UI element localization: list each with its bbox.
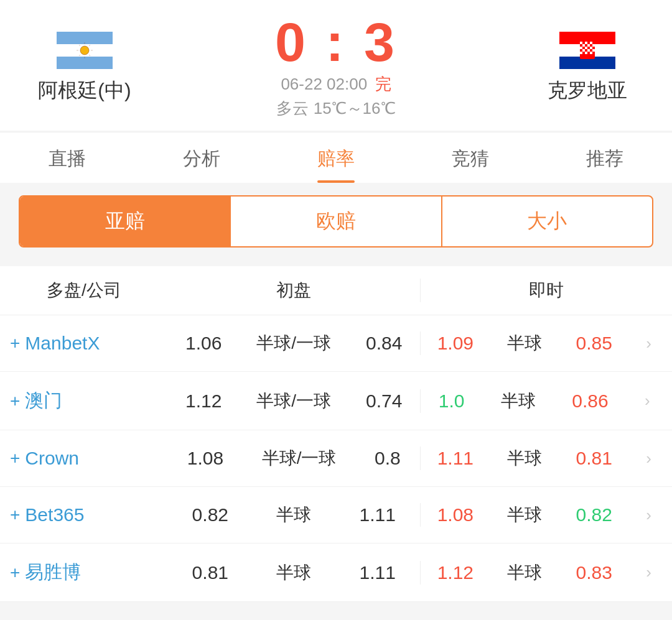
- rt-label: 半球: [501, 389, 536, 413]
- rt-val1: 1.12: [437, 562, 474, 583]
- init-val2: 0.74: [366, 391, 402, 412]
- company-name: 易胜博: [25, 560, 81, 585]
- realtime-cells: 1.0 半球 0.86 ›: [420, 389, 673, 413]
- init-val1: 1.08: [187, 448, 223, 469]
- svg-rect-29: [585, 52, 587, 54]
- score-center: 0 : 3 06-22 02:00 完 多云 15℃～16℃: [159, 15, 513, 119]
- rt-val2: 0.86: [572, 391, 608, 412]
- rt-val1: 1.11: [437, 448, 474, 469]
- col-initial-header: 初盘: [168, 279, 420, 302]
- svg-rect-27: [592, 49, 595, 52]
- rt-label: 半球: [507, 561, 542, 585]
- col-realtime-header: 即时: [420, 279, 673, 302]
- chevron-right-icon[interactable]: ›: [646, 334, 651, 353]
- subtab-europe[interactable]: 欧赔: [231, 197, 442, 246]
- init-label: 半球/一球: [256, 331, 331, 355]
- init-label: 半球: [276, 503, 311, 527]
- table-row[interactable]: + ManbetX 1.06 半球/一球 0.84 1.09 半球 0.85 ›: [0, 315, 672, 372]
- expand-icon[interactable]: +: [10, 333, 20, 353]
- table-row[interactable]: + 易胜博 0.81 半球 1.11 1.12 半球 0.83 ›: [0, 544, 672, 602]
- table-header: 多盘/公司 初盘 即时: [0, 266, 672, 315]
- initial-cells: 0.82 半球 1.11: [168, 503, 420, 527]
- chevron-right-icon[interactable]: ›: [646, 449, 651, 468]
- rt-label: 半球: [507, 446, 542, 470]
- subtab-asia[interactable]: 亚赔: [20, 197, 231, 246]
- company-cell[interactable]: + ManbetX: [0, 333, 168, 354]
- init-label: 半球/一球: [262, 446, 337, 470]
- match-status: 完: [375, 75, 391, 93]
- tabs-bar: 直播 分析 赔率 竞猜 推荐: [0, 132, 672, 183]
- company-name: ManbetX: [25, 333, 100, 354]
- svg-rect-28: [580, 52, 582, 54]
- match-info: 06-22 02:00 完: [281, 73, 391, 95]
- initial-cells: 1.08 半球/一球 0.8: [168, 446, 420, 470]
- initial-cells: 0.81 半球 1.11: [168, 561, 420, 585]
- svg-rect-30: [590, 52, 592, 54]
- chevron-right-icon[interactable]: ›: [645, 391, 650, 410]
- score-colon: :: [325, 11, 346, 73]
- expand-icon[interactable]: +: [10, 505, 20, 525]
- score-right: 3: [364, 11, 397, 73]
- rt-val2: 0.81: [576, 448, 612, 469]
- table-row[interactable]: + Bet365 0.82 半球 1.11 1.08 半球 0.82 ›: [0, 487, 672, 544]
- tab-analysis[interactable]: 分析: [134, 132, 269, 183]
- team-left: 阿根廷(中): [10, 30, 159, 104]
- subtab-size[interactable]: 大小: [442, 197, 652, 246]
- initial-cells: 1.06 半球/一球 0.84: [168, 331, 420, 355]
- init-val1: 1.06: [185, 333, 222, 354]
- tab-live[interactable]: 直播: [0, 132, 134, 183]
- tab-guess[interactable]: 竞猜: [403, 132, 538, 183]
- svg-rect-20: [587, 44, 590, 47]
- score-header: 阿根廷(中) 0 : 3 06-22 02:00 完 多云 15℃～16℃: [0, 0, 672, 131]
- company-name: Bet365: [25, 504, 84, 525]
- odds-table: + ManbetX 1.06 半球/一球 0.84 1.09 半球 0.85 ›…: [0, 315, 672, 602]
- expand-icon[interactable]: +: [10, 448, 20, 468]
- rt-val1: 1.0: [439, 391, 465, 412]
- svg-rect-23: [585, 47, 587, 49]
- tab-odds[interactable]: 赔率: [269, 132, 403, 183]
- init-val1: 0.82: [192, 504, 228, 525]
- svg-point-3: [80, 46, 89, 55]
- svg-rect-21: [592, 44, 595, 47]
- init-label: 半球/一球: [256, 389, 331, 413]
- tab-recommend[interactable]: 推荐: [538, 132, 672, 183]
- expand-icon[interactable]: +: [10, 391, 20, 411]
- svg-rect-25: [582, 49, 585, 52]
- init-val1: 1.12: [185, 391, 222, 412]
- company-cell[interactable]: + 澳门: [0, 388, 168, 414]
- svg-rect-22: [580, 47, 582, 49]
- initial-cells: 1.12 半球/一球 0.74: [168, 389, 420, 413]
- subtabs: 亚赔 欧赔 大小: [19, 195, 653, 248]
- rt-val1: 1.08: [437, 504, 474, 525]
- rt-val2: 0.85: [576, 333, 612, 354]
- rt-label: 半球: [507, 503, 542, 527]
- team-right: 克罗地亚: [513, 30, 662, 104]
- init-val2: 1.11: [359, 562, 395, 583]
- team-left-name: 阿根廷(中): [38, 77, 131, 104]
- expand-icon[interactable]: +: [10, 563, 20, 583]
- svg-rect-16: [580, 42, 582, 44]
- score-display: 0 : 3: [275, 15, 397, 70]
- rt-label: 半球: [507, 331, 542, 355]
- company-cell[interactable]: + 易胜博: [0, 560, 168, 585]
- rt-val2: 0.83: [576, 562, 612, 583]
- init-val2: 1.11: [359, 504, 395, 525]
- init-val1: 0.81: [192, 562, 228, 583]
- col-company-header: 多盘/公司: [0, 279, 168, 302]
- chevron-right-icon[interactable]: ›: [646, 506, 651, 525]
- team-right-name: 克罗地亚: [548, 77, 627, 104]
- realtime-cells: 1.08 半球 0.82 ›: [420, 503, 673, 527]
- match-datetime: 06-22 02:00: [281, 75, 367, 93]
- svg-rect-24: [590, 47, 592, 49]
- init-val2: 0.8: [375, 448, 401, 469]
- realtime-cells: 1.11 半球 0.81 ›: [420, 446, 673, 470]
- chevron-right-icon[interactable]: ›: [646, 563, 651, 582]
- company-cell[interactable]: + Crown: [0, 448, 168, 469]
- table-row[interactable]: + 澳门 1.12 半球/一球 0.74 1.0 半球 0.86 ›: [0, 372, 672, 430]
- svg-rect-26: [587, 49, 590, 52]
- rt-val1: 1.09: [437, 333, 474, 354]
- table-row[interactable]: + Crown 1.08 半球/一球 0.8 1.11 半球 0.81 ›: [0, 430, 672, 487]
- init-label: 半球: [276, 561, 311, 585]
- company-cell[interactable]: + Bet365: [0, 504, 168, 525]
- argentina-flag: [57, 30, 113, 71]
